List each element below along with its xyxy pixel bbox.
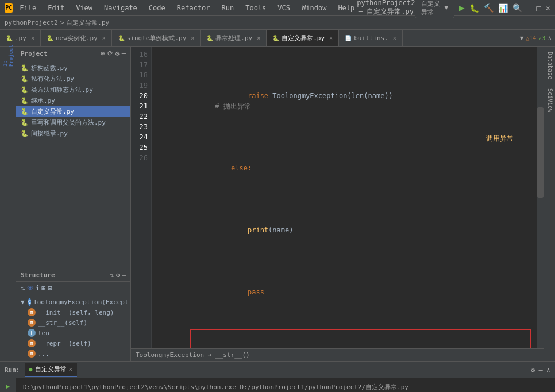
struct-len[interactable]: f len bbox=[16, 328, 130, 338]
breadcrumb-file[interactable]: 自定义异常.py bbox=[66, 18, 109, 27]
scrollbar-thumb[interactable] bbox=[537, 107, 544, 198]
menu-help[interactable]: Help bbox=[336, 3, 357, 13]
close-icon[interactable]: × bbox=[102, 35, 106, 41]
tab-new-instance[interactable]: 🐍 new实例化.py × bbox=[41, 30, 112, 46]
file-icon: 🐍 bbox=[21, 108, 29, 115]
menu-edit[interactable]: Edit bbox=[45, 3, 67, 13]
rerun-button[interactable]: ▶ bbox=[2, 381, 14, 392]
field-badge: f bbox=[28, 329, 36, 337]
code-editor[interactable]: raise ToolongmyException(len(name)) # 抛出… bbox=[152, 47, 537, 348]
run-tab[interactable]: ● 自定义异常 × bbox=[25, 363, 78, 377]
expand-icon[interactable]: ∧ bbox=[548, 34, 552, 42]
file-icon: 🐍 bbox=[21, 64, 29, 72]
menu-view[interactable]: View bbox=[74, 3, 95, 13]
tab-label: single单例模式.py bbox=[127, 34, 187, 42]
struct-init[interactable]: m __init__(self, leng) bbox=[16, 307, 130, 317]
struct-more[interactable]: m ... bbox=[16, 348, 130, 359]
maximize-button[interactable]: □ bbox=[536, 3, 541, 13]
annotation-call-exception: 调用异常 bbox=[486, 133, 514, 143]
close-icon[interactable]: × bbox=[329, 35, 333, 41]
info-icon[interactable]: ℹ bbox=[36, 284, 39, 292]
close-button[interactable]: × bbox=[546, 3, 550, 13]
code-line-18: print(name) bbox=[156, 215, 532, 246]
project-panel: Project ⊕ ⟳ ⚙ – 🐍 析构函数.py 🐍 私有化方法.py 🐍 类… bbox=[16, 47, 131, 361]
bottom-panel: Run: ● 自定义异常 × ⚙ – ∧ ▶ ↑ ↓ ■ × 📌 ⚙ 🗑 D:\… bbox=[0, 361, 555, 392]
database-tab[interactable]: Database bbox=[544, 47, 555, 84]
file-icon: 🐍 bbox=[21, 86, 29, 94]
tab-label: 自定义异常.py bbox=[282, 34, 325, 42]
method-badge: m bbox=[28, 339, 36, 347]
tree-item-indirect-inherit[interactable]: 🐍 间接继承.py bbox=[16, 128, 130, 139]
sidebar-item-project[interactable]: 1: Project bbox=[2, 49, 14, 62]
struct-class[interactable]: ▼ C ToolongmyException(Exception) bbox=[16, 297, 130, 307]
tree-item-jiegou[interactable]: 🐍 析构函数.py bbox=[16, 63, 130, 73]
file-icon: 🐍 bbox=[47, 35, 53, 41]
expand-all-icon[interactable]: ⊞ bbox=[41, 284, 45, 292]
structure-tree: ▼ C ToolongmyException(Exception) m __in… bbox=[16, 294, 130, 361]
tree-item-private[interactable]: 🐍 私有化方法.py bbox=[16, 73, 130, 84]
tab-more[interactable]: ▼ △14 ✓3 ∧ bbox=[517, 30, 555, 46]
close-icon[interactable]: × bbox=[393, 35, 396, 41]
tree-item-classmethods[interactable]: 🐍 类方法和静态方法.py bbox=[16, 84, 130, 95]
tab-py[interactable]: 🐍 .py × bbox=[0, 30, 41, 46]
gear-icon[interactable]: ⚙ bbox=[531, 366, 535, 374]
file-icon: 📄 bbox=[345, 35, 352, 41]
minimize-run-icon[interactable]: – bbox=[539, 366, 543, 374]
file-icon: 🐍 bbox=[272, 35, 279, 41]
menu-window[interactable]: Window bbox=[299, 3, 329, 13]
run-config-selector[interactable]: 自定义异常 ▼ bbox=[415, 0, 454, 18]
close-icon[interactable]: × bbox=[191, 35, 194, 41]
sort-icon[interactable]: ⇅ bbox=[110, 271, 114, 279]
breadcrumb-project[interactable]: pythonProject2 bbox=[5, 19, 58, 26]
tab-builtins[interactable]: 📄 builtins. × bbox=[339, 30, 403, 46]
tab-custom-exception[interactable]: 🐍 自定义异常.py × bbox=[267, 30, 339, 46]
project-tree: 🐍 析构函数.py 🐍 私有化方法.py 🐍 类方法和静态方法.py 🐍 继承.… bbox=[16, 60, 130, 269]
project-panel-header: Project ⊕ ⟳ ⚙ – bbox=[16, 47, 130, 60]
gear-icon[interactable]: ⚙ bbox=[115, 49, 120, 57]
line-num: 25 bbox=[134, 142, 148, 153]
menu-refactor[interactable]: Refactor bbox=[175, 3, 213, 13]
collapse-all-icon[interactable]: ⊟ bbox=[48, 284, 52, 292]
expand-run-icon[interactable]: ∧ bbox=[546, 366, 550, 374]
close-run-icon[interactable]: × bbox=[69, 366, 73, 373]
search-icon[interactable]: 🔍 bbox=[512, 3, 522, 13]
add-icon[interactable]: ⊕ bbox=[101, 49, 105, 57]
debug-button[interactable]: 🐛 bbox=[469, 3, 479, 13]
visibility-icon[interactable]: 👁 bbox=[27, 284, 34, 292]
menu-file[interactable]: File bbox=[17, 3, 38, 13]
line-num: 24 bbox=[134, 132, 148, 142]
run-output: D:\pythonProject1\pythonProject2\venv\Sc… bbox=[16, 378, 555, 392]
tree-item-override[interactable]: 🐍 重写和调用父类的方法.py bbox=[16, 117, 130, 128]
tab-bar: 🐍 .py × 🐍 new实例化.py × 🐍 single单例模式.py × … bbox=[0, 30, 555, 47]
menu-run[interactable]: Run bbox=[219, 3, 237, 13]
run-status-icon: ● bbox=[29, 366, 33, 372]
minimize-button[interactable]: – bbox=[527, 3, 531, 13]
sync-icon[interactable]: ⟳ bbox=[107, 49, 113, 57]
close-icon[interactable]: × bbox=[31, 35, 34, 41]
tree-item-inherit[interactable]: 🐍 继承.py bbox=[16, 95, 130, 106]
build-button[interactable]: 🔨 bbox=[484, 3, 494, 13]
close-icon[interactable]: × bbox=[257, 35, 260, 41]
structure-panel-title: Structure bbox=[21, 271, 55, 279]
menu-vcs[interactable]: VCS bbox=[275, 3, 292, 13]
file-icon: 🐍 bbox=[21, 130, 29, 137]
tree-item-custom-exception[interactable]: 🐍 自定义异常.py bbox=[16, 106, 130, 117]
menu-navigate[interactable]: Navigate bbox=[102, 3, 140, 13]
tab-singleton[interactable]: 🐍 single单例模式.py × bbox=[112, 30, 201, 46]
tab-exception-handling[interactable]: 🐍 异常处理.py × bbox=[201, 30, 267, 46]
menu-tools[interactable]: Tools bbox=[243, 3, 268, 13]
structure-panel: Structure ⇅ ⚙ – ⇅ 👁 ℹ ⊞ ⊟ ▼ C ToolongmyE… bbox=[16, 269, 130, 361]
scrollbar[interactable] bbox=[537, 47, 544, 348]
sort-alpha-icon[interactable]: ⇅ bbox=[21, 284, 25, 292]
run-button[interactable]: ▶ bbox=[459, 2, 465, 13]
line-num: 17 bbox=[134, 60, 148, 70]
minimize-structure-icon[interactable]: – bbox=[122, 271, 126, 279]
menu-code[interactable]: Code bbox=[147, 3, 168, 13]
struct-repr[interactable]: m __repr__(self) bbox=[16, 338, 130, 348]
struct-str[interactable]: m __str__(self) bbox=[16, 317, 130, 328]
sciview-tab[interactable]: SciView bbox=[544, 84, 555, 117]
filter-icon[interactable]: ⚙ bbox=[116, 271, 120, 279]
minimize-panel-icon[interactable]: – bbox=[122, 49, 126, 57]
coverage-button[interactable]: 📊 bbox=[498, 3, 508, 13]
method-badge: m bbox=[28, 308, 36, 316]
